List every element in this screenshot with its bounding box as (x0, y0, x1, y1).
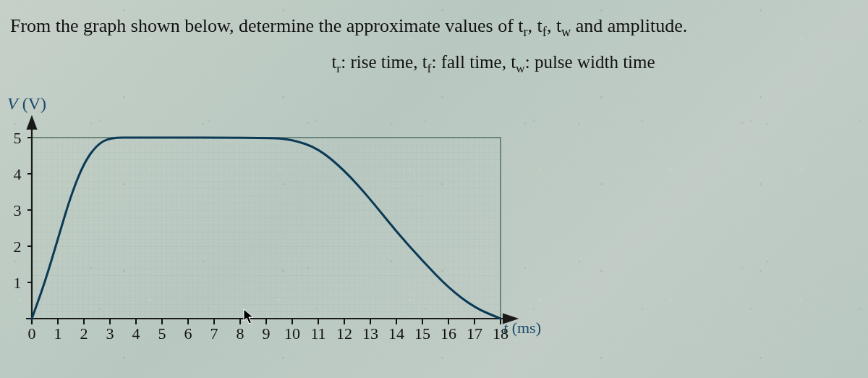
x-ticks: 0 1 2 3 4 5 6 7 8 9 10 11 12 13 14 15 16… (28, 319, 509, 343)
svg-text:3: 3 (106, 324, 114, 343)
svg-text:17: 17 (467, 324, 482, 343)
svg-text:6: 6 (184, 324, 192, 343)
grid-area (32, 138, 501, 319)
chart-container: V (V) t (ms) 1 2 3 4 5 (0, 94, 550, 362)
svg-text:5: 5 (158, 324, 166, 343)
svg-text:18: 18 (493, 324, 509, 343)
svg-text:15: 15 (414, 324, 430, 343)
svg-text:9: 9 (263, 324, 271, 343)
svg-text:10: 10 (284, 324, 300, 343)
svg-text:1: 1 (54, 324, 62, 343)
svg-marker-1 (27, 117, 36, 129)
svg-text:1: 1 (14, 274, 22, 292)
svg-marker-3 (503, 314, 516, 323)
svg-text:13: 13 (362, 324, 378, 343)
question-line2: tr: rise time, tf: fall time, tw: pulse … (10, 49, 861, 77)
svg-text:5: 5 (14, 129, 22, 147)
svg-text:2: 2 (14, 238, 22, 256)
question-text: From the graph shown below, determine th… (10, 13, 861, 77)
chart-svg: 1 2 3 4 5 0 1 2 3 4 5 6 7 8 9 10 11 12 1… (10, 109, 516, 355)
svg-text:7: 7 (210, 324, 218, 343)
svg-text:4: 4 (132, 324, 140, 343)
svg-text:8: 8 (237, 324, 244, 343)
question-line1: From the graph shown below, determine th… (10, 15, 687, 36)
svg-text:2: 2 (80, 324, 88, 343)
svg-text:12: 12 (336, 324, 352, 343)
y-ticks: 1 2 3 4 5 (14, 129, 33, 319)
svg-text:16: 16 (441, 324, 456, 343)
svg-text:14: 14 (388, 324, 404, 343)
svg-text:3: 3 (14, 201, 22, 219)
svg-text:11: 11 (310, 324, 326, 343)
svg-text:4: 4 (14, 165, 22, 183)
svg-text:0: 0 (28, 324, 36, 343)
